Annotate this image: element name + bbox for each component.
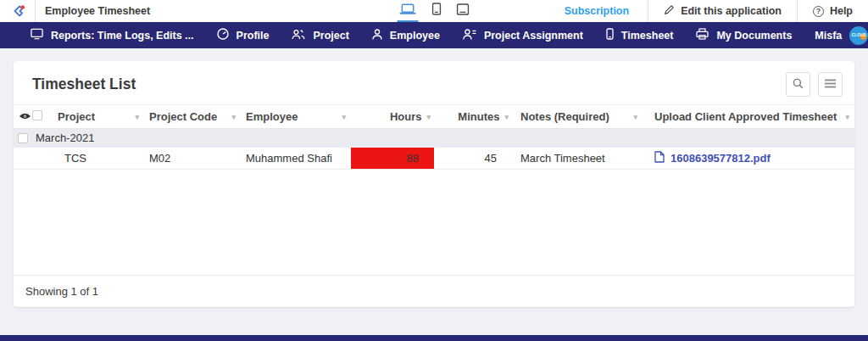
table-header-row: Project▾ Project Code▾ Employee▾ Hours▾ …: [14, 105, 854, 129]
app-navigation-bar: Reports: Time Logs, Edits ... Profile Pr…: [0, 22, 868, 48]
help-button[interactable]: ? Help: [798, 0, 868, 22]
cell-hours-alert: 88: [351, 148, 434, 170]
column-header-notes: Notes (Required): [520, 110, 609, 123]
table-menu-button[interactable]: [818, 72, 843, 97]
laptop-icon: [399, 3, 417, 18]
column-header-project: Project: [58, 110, 95, 123]
cell-project: TCS: [53, 148, 144, 170]
phone-icon: [432, 3, 442, 18]
timesheet-table: Project▾ Project Code▾ Employee▾ Hours▾ …: [14, 104, 854, 170]
main-content: Timesheet List: [0, 48, 868, 307]
nav-item-reports[interactable]: Reports: Time Logs, Edits ...: [31, 28, 194, 42]
page-title: Timesheet List: [32, 75, 136, 93]
monitor-icon: [31, 28, 43, 42]
chevron-down-icon[interactable]: ▾: [426, 113, 434, 121]
table-footer: Showing 1 of 1: [14, 275, 854, 307]
nav-item-label: Project: [313, 30, 348, 42]
cell-minutes: 45: [434, 148, 512, 170]
nav-item-label: My Documents: [716, 30, 792, 42]
nav-item-label: Profile: [236, 30, 270, 42]
device-preview-switcher: [398, 0, 471, 22]
search-button[interactable]: [786, 72, 810, 97]
uploaded-file-link[interactable]: 1608639577812.pdf: [654, 151, 771, 165]
search-icon: [793, 78, 804, 92]
eye-icon[interactable]: [19, 110, 31, 123]
mobile-icon: [606, 28, 614, 42]
user-name: Misfa: [815, 30, 842, 42]
chevron-down-icon[interactable]: ▾: [226, 113, 241, 121]
people-icon: [292, 29, 305, 42]
file-name: 1608639577812.pdf: [670, 152, 771, 165]
cell-employee: Muhammed Shafi: [241, 148, 351, 170]
nav-item-profile[interactable]: Profile: [217, 28, 270, 42]
avatar-cloud-text: CLOUD: [852, 33, 866, 37]
help-icon: ?: [813, 6, 824, 17]
nav-item-label: Reports: Time Logs, Edits ...: [51, 30, 194, 42]
timesheet-list-card: Timesheet List: [14, 61, 854, 307]
nav-item-employee[interactable]: Employee: [372, 29, 440, 42]
column-header-project-code: Project Code: [149, 110, 217, 123]
chevron-down-icon[interactable]: ▾: [628, 113, 643, 121]
cell-project-code: M02: [144, 148, 241, 170]
nav-item-project-assignment[interactable]: Project Assignment: [463, 29, 583, 42]
subscription-link[interactable]: Subscription: [546, 5, 648, 17]
person-list-icon: [463, 29, 476, 42]
column-header-minutes: Minutes: [458, 110, 499, 123]
edit-application-button[interactable]: Edit this application: [648, 0, 797, 22]
pencil-icon: [664, 4, 675, 18]
card-actions: [786, 72, 843, 97]
pdf-file-icon: [654, 151, 665, 165]
cell-notes: March Timesheet: [512, 148, 643, 170]
select-all-checkbox[interactable]: [32, 110, 42, 120]
nav-item-label: Project Assignment: [484, 30, 583, 42]
app-logo-icon[interactable]: [0, 3, 35, 19]
card-header: Timesheet List: [14, 61, 854, 104]
tablet-preview-button[interactable]: [455, 0, 471, 22]
topbar-right-actions: Subscription Edit this application ? Hel…: [546, 0, 868, 22]
top-app-bar: Employee Timesheet: [0, 0, 868, 22]
nav-item-label: Employee: [390, 30, 440, 42]
column-header-hours: Hours: [390, 110, 422, 123]
help-label: Help: [830, 5, 853, 17]
column-header-upload: Upload Client Approved Timesheet: [654, 110, 837, 123]
group-select-checkbox[interactable]: [18, 133, 28, 143]
mobile-preview-button[interactable]: [431, 0, 443, 22]
empty-table-area: [14, 170, 854, 275]
nav-item-label: Timesheet: [621, 30, 674, 42]
chevron-down-icon[interactable]: ▾: [504, 113, 512, 121]
user-menu[interactable]: Misfa CLOUD: [815, 26, 868, 45]
nav-item-timesheet[interactable]: Timesheet: [606, 28, 674, 42]
avatar[interactable]: CLOUD: [849, 26, 868, 45]
person-icon: [372, 29, 382, 42]
bottom-accent-bar: [0, 335, 868, 341]
edit-application-label: Edit this application: [681, 5, 782, 17]
column-header-employee: Employee: [246, 110, 298, 123]
tablet-icon: [457, 3, 470, 18]
nav-item-project[interactable]: Project: [292, 29, 348, 42]
nav-item-my-documents[interactable]: My Documents: [696, 28, 792, 42]
menu-icon: [825, 78, 836, 91]
chevron-down-icon[interactable]: ▾: [130, 113, 144, 121]
desktop-preview-button[interactable]: [398, 0, 419, 22]
group-label: March-2021: [36, 131, 94, 144]
chevron-down-icon[interactable]: ▾: [840, 113, 854, 121]
chevron-down-icon[interactable]: ▾: [337, 113, 351, 121]
row-count-text: Showing 1 of 1: [25, 285, 98, 298]
printer-icon: [696, 28, 709, 42]
app-title: Employee Timesheet: [36, 5, 150, 17]
table-row[interactable]: TCS M02 Muhammed Shafi 88 45 March Times…: [14, 148, 854, 170]
group-row-march-2021[interactable]: March-2021: [14, 129, 854, 148]
gauge-icon: [217, 28, 229, 42]
